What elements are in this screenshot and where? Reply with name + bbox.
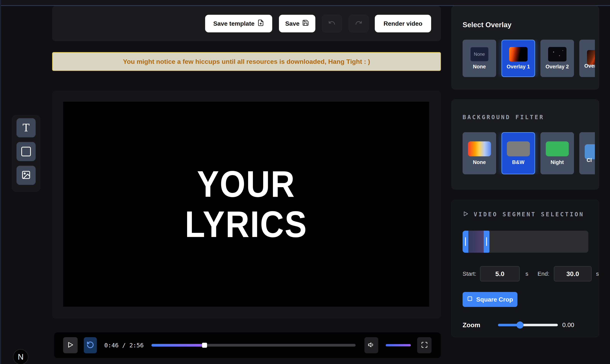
lyrics-line-2[interactable]: LYRICS (185, 202, 307, 247)
fullscreen-button[interactable] (417, 337, 432, 353)
undo-icon (328, 19, 335, 28)
segment-range-inner (468, 231, 484, 253)
top-toolbar: Save template Save Render video (52, 6, 441, 41)
image-icon (21, 170, 31, 181)
play-button[interactable] (63, 337, 78, 353)
overlay-cards-row: None None Overlay 1 Overlay 2 Over (463, 40, 595, 77)
filter-card-night[interactable]: Night (540, 132, 574, 174)
segment-start-handle[interactable] (465, 237, 466, 246)
rotate-ccw-icon (86, 341, 94, 350)
save-template-button[interactable]: Save template (205, 15, 272, 32)
overlay-card-label: Overlay 2 (545, 64, 569, 70)
warning-text: You might notice a few hiccups until all… (123, 58, 370, 65)
volume-button[interactable] (364, 337, 378, 353)
overlay-card-3-clipped[interactable]: Over (579, 40, 595, 77)
volume-slider[interactable] (386, 344, 411, 346)
play-icon (67, 341, 74, 349)
restart-button[interactable] (84, 337, 97, 353)
lyrics-line-1[interactable]: YOUR (197, 162, 295, 207)
add-image-tool-button[interactable] (16, 166, 36, 185)
volume-slider-fill (386, 344, 411, 346)
zoom-slider-thumb[interactable] (517, 322, 524, 329)
window-left-edge (0, 0, 1, 364)
seek-bar-fill (151, 344, 205, 347)
video-canvas-panel: YOUR LYRICS (52, 91, 441, 319)
zoom-slider[interactable] (498, 324, 558, 326)
zoom-value: 0.00 (562, 317, 574, 333)
render-video-button[interactable]: Render video (375, 15, 431, 32)
playback-time: 0:46 / 2:56 (104, 332, 144, 358)
start-unit: s (525, 271, 528, 277)
background-filter-panel: BACKGROUND FILTER None B&W Night Cl (451, 99, 599, 189)
resources-warning-banner: You might notice a few hiccups until all… (52, 52, 441, 71)
filter-cards-row: None B&W Night Cl (463, 132, 595, 174)
render-video-label: Render video (384, 20, 423, 27)
floppy-disk-icon (302, 19, 309, 28)
save-label: Save (285, 20, 300, 27)
overlay-card-label: Overlay 1 (507, 64, 530, 70)
filter-cl-swatch (585, 144, 595, 159)
overlay-card-1-selected[interactable]: Overlay 1 (502, 40, 535, 77)
overlay-card-2[interactable]: Overlay 2 (540, 40, 574, 77)
app-root: Save template Save Render video You m (0, 0, 610, 364)
tool-rail: T (12, 115, 40, 192)
video-segment-title: VIDEO SEGMENT SELECTION (474, 211, 584, 218)
filter-card-clipped[interactable]: Cl (579, 132, 595, 174)
undo-button[interactable] (322, 15, 342, 32)
segment-end-handle[interactable] (486, 237, 487, 246)
overlay-none-thumbnail: None (470, 47, 489, 62)
filter-card-label: Night (551, 159, 564, 165)
square-crop-button[interactable]: Square Crop (463, 292, 517, 307)
filter-card-label: Cl (587, 157, 592, 163)
seek-bar-thumb[interactable] (202, 343, 207, 348)
filter-card-label: B&W (512, 159, 524, 165)
overlay-1-thumbnail (509, 47, 528, 62)
filter-card-label: None (473, 159, 486, 165)
play-outline-icon (463, 211, 469, 218)
file-plus-icon (257, 19, 264, 28)
overlay-card-label: Over (584, 63, 595, 69)
redo-icon (355, 19, 362, 28)
add-shape-tool-button[interactable] (16, 142, 36, 161)
zoom-label: Zoom (463, 317, 480, 333)
video-canvas[interactable]: YOUR LYRICS (63, 102, 429, 307)
background-filter-title: BACKGROUND FILTER (463, 114, 544, 120)
add-text-tool-button[interactable]: T (16, 118, 36, 137)
select-overlay-title: Select Overlay (463, 21, 511, 29)
segment-range-track[interactable] (463, 231, 588, 253)
overlay-none-thumb-text: None (474, 52, 485, 57)
square-crop-icon (467, 296, 473, 303)
start-time-input[interactable] (480, 266, 520, 281)
end-unit: s (596, 271, 599, 277)
filter-card-bw-selected[interactable]: B&W (502, 132, 535, 174)
speaker-icon (368, 341, 375, 349)
seek-bar[interactable] (151, 344, 356, 347)
square-crop-label: Square Crop (476, 296, 513, 303)
save-button[interactable]: Save (279, 15, 315, 32)
end-label: End: (538, 271, 549, 277)
overlay-card-label: None (473, 64, 486, 70)
fullscreen-icon (421, 341, 428, 349)
overlay-card-none[interactable]: None None (463, 40, 496, 77)
select-overlay-panel: Select Overlay None None Overlay 1 Overl… (451, 6, 599, 90)
video-segment-panel: VIDEO SEGMENT SELECTION Start: s End: s … (451, 200, 599, 337)
filter-none-swatch (468, 141, 491, 156)
filter-card-none[interactable]: None (463, 132, 496, 174)
player-bar: 0:46 / 2:56 (54, 332, 441, 358)
square-shape-icon (21, 147, 31, 156)
filter-bw-swatch (507, 141, 530, 156)
nextjs-dev-badge[interactable]: N (13, 349, 28, 364)
overlay-2-thumbnail (548, 47, 567, 62)
n-logo-letter: N (18, 352, 24, 362)
segment-selected-range[interactable] (463, 231, 490, 253)
end-time-input[interactable] (554, 266, 592, 281)
segment-times-row: Start: s End: s (452, 266, 599, 281)
overlay-3-thumbnail (587, 50, 595, 65)
filter-night-swatch (546, 141, 569, 156)
start-label: Start: (463, 271, 476, 277)
redo-button[interactable] (349, 15, 369, 32)
save-template-label: Save template (213, 20, 254, 27)
window-top-bar (0, 0, 610, 6)
zoom-slider-fill (498, 324, 520, 326)
text-tool-icon: T (23, 122, 29, 134)
